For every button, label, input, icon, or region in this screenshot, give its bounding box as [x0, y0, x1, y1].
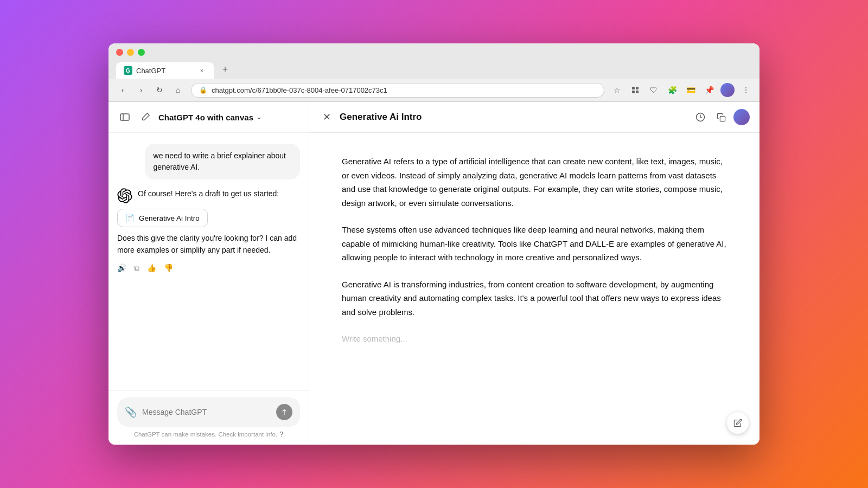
assistant-avatar-icon: [117, 188, 132, 203]
lock-icon: 🔒: [199, 86, 207, 94]
canvas-header: ✕ Generative Ai Intro: [309, 102, 760, 133]
thumbs-up-icon[interactable]: 👍: [147, 264, 156, 273]
model-selector[interactable]: ChatGPT 4o with canvas ⌄: [158, 113, 261, 122]
user-message: we need to write a brief explainer about…: [145, 144, 300, 179]
address-bar: ‹ › ↻ ⌂ 🔒 chatgpt.com/c/671bb0fe-037c-80…: [108, 79, 760, 102]
puzzle-icon[interactable]: 🧩: [665, 83, 679, 97]
canvas-panel: ✕ Generative Ai Intro: [309, 102, 760, 445]
canvas-footer: [309, 432, 760, 445]
nav-buttons: ‹ › ↻ ⌂: [115, 82, 186, 98]
canvas-write-placeholder: Write something...: [342, 332, 727, 346]
wallet-icon[interactable]: 💳: [684, 83, 698, 97]
svg-rect-0: [632, 87, 635, 89]
minimize-traffic-light[interactable]: [127, 49, 134, 56]
chat-messages: we need to write a brief explainer about…: [108, 133, 309, 390]
pin-icon[interactable]: 📌: [702, 83, 716, 97]
close-traffic-light[interactable]: [116, 49, 123, 56]
forward-button[interactable]: ›: [133, 82, 149, 98]
canvas-title: Generative Ai Intro: [340, 112, 422, 123]
app-content: ChatGPT 4o with canvas ⌄ we need to writ…: [108, 102, 760, 445]
tab-close-button[interactable]: ×: [197, 66, 206, 75]
profile-avatar[interactable]: [720, 83, 735, 97]
refresh-button[interactable]: ↻: [152, 82, 167, 98]
tab-title: ChatGPT: [136, 67, 194, 75]
menu-icon[interactable]: ⋮: [739, 83, 753, 97]
bookmark-icon[interactable]: ☆: [610, 83, 624, 97]
svg-rect-7: [720, 116, 725, 121]
follow-up-text: Does this give the clarity you're lookin…: [117, 233, 300, 256]
browser-window: G ChatGPT × + ‹ › ↻ ⌂ 🔒 chatgpt.com/c/67…: [108, 43, 760, 445]
svg-rect-1: [636, 87, 639, 89]
canvas-ref-label: Generative Ai Intro: [139, 214, 200, 222]
traffic-lights: [116, 49, 752, 56]
speaker-icon[interactable]: 🔊: [117, 264, 126, 273]
new-tab-button[interactable]: +: [217, 61, 233, 78]
canvas-header-left: ✕ Generative Ai Intro: [319, 110, 422, 125]
message-actions: 🔊 ⧉ 👍 👎: [117, 264, 300, 273]
history-button[interactable]: [692, 109, 709, 125]
browser-chrome: G ChatGPT × +: [108, 43, 760, 79]
chat-header: ChatGPT 4o with canvas ⌄: [108, 102, 309, 133]
canvas-close-button[interactable]: ✕: [319, 110, 334, 125]
model-name: ChatGPT 4o with canvas: [158, 113, 253, 122]
maximize-traffic-light[interactable]: [138, 49, 145, 56]
svg-rect-3: [636, 91, 639, 93]
canvas-user-avatar: [733, 109, 750, 125]
svg-rect-4: [120, 114, 129, 120]
model-selector-chevron: ⌄: [256, 113, 261, 121]
canvas-header-right: [692, 109, 750, 125]
canvas-paragraph-2: These systems often use advanced techniq…: [342, 223, 727, 265]
copy-icon[interactable]: ⧉: [134, 264, 139, 273]
url-bar[interactable]: 🔒 chatgpt.com/c/671bb0fe-037c-8004-afee-…: [191, 83, 604, 98]
chat-input-area: 📎 ChatGPT can make mistakes. Check impor…: [108, 390, 309, 445]
disclaimer-text: ChatGPT can make mistakes. Check importa…: [134, 431, 277, 438]
help-icon[interactable]: ?: [279, 430, 283, 438]
new-chat-button[interactable]: [138, 110, 153, 125]
chat-input-box: 📎: [117, 397, 300, 427]
canvas-content[interactable]: Generative AI refers to a type of artifi…: [309, 133, 760, 432]
copy-canvas-button[interactable]: [713, 109, 729, 125]
assistant-response-intro: Of course! Here's a draft to get us star…: [138, 188, 279, 200]
disclaimer: ChatGPT can make mistakes. Check importa…: [117, 430, 300, 440]
document-icon: 📄: [125, 214, 135, 222]
home-button[interactable]: ⌂: [170, 82, 186, 98]
tab-bar: G ChatGPT × +: [116, 61, 752, 79]
svg-rect-2: [632, 91, 635, 93]
chat-input[interactable]: [142, 408, 271, 416]
back-button[interactable]: ‹: [115, 82, 130, 98]
sidebar-toggle-button[interactable]: [117, 110, 132, 125]
thumbs-down-icon[interactable]: 👎: [164, 264, 173, 273]
active-tab[interactable]: G ChatGPT ×: [116, 62, 214, 79]
extensions-icon[interactable]: [628, 83, 642, 97]
chat-panel: ChatGPT 4o with canvas ⌄ we need to writ…: [108, 102, 309, 445]
assistant-header: Of course! Here's a draft to get us star…: [117, 188, 300, 203]
edit-fab-button[interactable]: [727, 412, 749, 434]
canvas-paragraph-1: Generative AI refers to a type of artifi…: [342, 155, 727, 210]
attach-button[interactable]: 📎: [125, 406, 137, 418]
url-text: chatgpt.com/c/671bb0fe-037c-8004-afee-07…: [212, 86, 387, 94]
send-button[interactable]: [276, 404, 292, 420]
canvas-reference-button[interactable]: 📄 Generative Ai Intro: [117, 209, 208, 227]
assistant-message: Of course! Here's a draft to get us star…: [117, 188, 300, 273]
address-actions: ☆ 🛡 🧩 💳 📌 ⋮: [610, 83, 753, 97]
shield-icon[interactable]: 🛡: [647, 83, 661, 97]
tab-favicon: G: [124, 66, 132, 75]
canvas-paragraph-3: Generative AI is transforming industries…: [342, 278, 727, 319]
